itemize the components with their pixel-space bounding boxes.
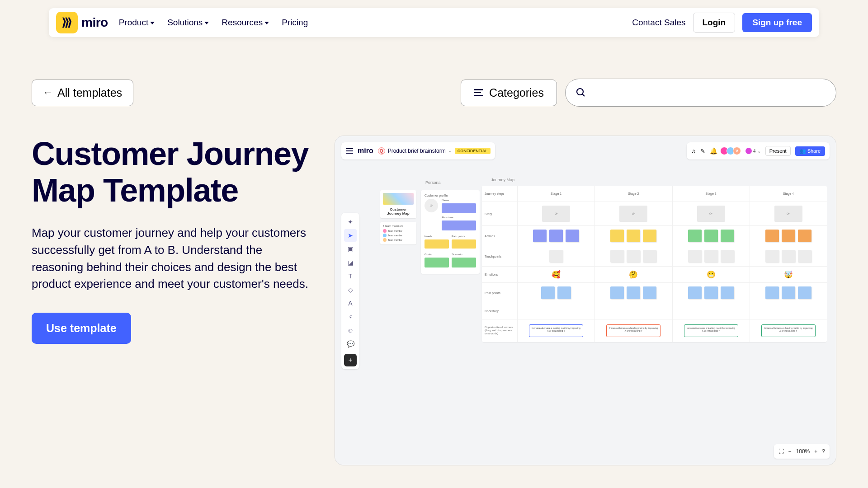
text-icon[interactable]: T [344,270,357,282]
sticky-note [452,239,476,249]
stage-header: Stage 3 [672,186,750,202]
main-navbar: miro Product Solutions Resources Pricing… [49,8,819,37]
board-title[interactable]: Q Product brief brainstorm ⌄ CONFIDENTIA… [378,147,491,155]
nav-resources-label: Resources [222,18,263,28]
confidential-badge: CONFIDENTIAL [455,148,491,154]
template-icon[interactable]: ▣ [344,243,357,255]
help-icon[interactable]: ? [822,448,825,455]
row-label: Story [482,202,517,225]
image-placeholder: ⟳ [542,206,570,222]
image-placeholder: ⟳ [697,206,725,222]
preview-canvas: miro Q Product brief brainstorm ⌄ CONFID… [335,136,836,465]
emotion-emoji: 🤯 [784,270,793,279]
table-row: Pain points [482,283,827,303]
frame-icon[interactable]: ♯ [344,310,357,323]
zoom-in-button[interactable]: + [814,448,817,455]
sparkle-icon[interactable]: ✦ [344,216,357,228]
miro-logo-icon[interactable] [56,12,78,33]
line-icon[interactable]: A [344,297,357,310]
svg-line-1 [582,94,585,96]
hamburger-icon[interactable] [346,148,353,154]
journey-table: Journey steps Stage 1 Stage 2 Stage 3 St… [482,186,827,342]
nav-solutions[interactable]: Solutions [167,18,209,28]
avatar-stack[interactable]: V [722,147,741,155]
emotion-emoji: 🤔 [629,270,638,279]
table-row: Journey steps Stage 1 Stage 2 Stage 3 St… [482,186,827,202]
chevron-down-icon: ⌄ [757,149,761,154]
zoom-out-button[interactable]: − [788,448,792,455]
row-label: Backstage [482,303,517,319]
contact-sales-link[interactable]: Contact Sales [632,18,685,28]
shapes-icon[interactable]: ◇ [344,283,357,296]
journey-heading: Journey Map [491,178,514,182]
persona-card: Customer Journey Map [380,190,416,218]
row-label: Journey steps [482,186,517,202]
bell-icon[interactable]: 🔔 [710,147,717,155]
row-label: Actions [482,226,517,246]
chevron-down-icon [204,22,209,24]
nav-product[interactable]: Product [119,18,155,28]
table-row: Actions [482,226,827,246]
stage-header: Stage 2 [594,186,672,202]
signup-button[interactable]: Sign up free [742,13,812,32]
search-icon [576,87,586,98]
secondary-row: ← All templates Categories [32,79,836,107]
table-row: Story ⟳ ⟳ ⟳ ⟳ [482,202,827,226]
persona-illustration [383,193,414,205]
row-label: Pain points [482,283,517,303]
use-template-button[interactable]: Use template [32,313,131,344]
share-button[interactable]: 👥 Share [795,146,825,156]
arrow-left-icon: ← [43,87,53,99]
nav-pricing[interactable]: Pricing [282,18,308,28]
comment-icon[interactable]: 💬 [344,338,357,350]
avatar [745,148,752,154]
table-row: Touchpoints [482,246,827,267]
nav-pricing-label: Pricing [282,18,308,28]
cursor-icon[interactable]: ➤ [344,229,357,242]
avatar-placeholder: ⟳ [425,199,438,212]
nav-resources[interactable]: Resources [222,18,269,28]
emotion-emoji: 🥰 [552,270,561,279]
profile-label: Customer profile [425,194,476,197]
emotion-emoji: 😬 [707,270,716,279]
row-label: Touchpoints [482,246,517,266]
chevron-down-icon: ⌄ [448,149,452,153]
nav-menu: Product Solutions Resources Pricing [119,18,308,28]
present-button[interactable]: Present [765,146,791,156]
chevron-down-icon [264,22,269,24]
persona-card-title: Customer Journey Map [383,207,414,216]
search-input[interactable] [593,88,826,98]
emoji-icon[interactable]: ☺ [344,324,357,337]
main-content: Customer Journey Map Template Map your c… [32,136,836,465]
music-icon[interactable]: ♫ [691,148,696,155]
table-row: Opportunities & owners (drag and drop ow… [482,319,827,342]
left-column: Customer Journey Map Template Map your c… [32,136,312,465]
opportunity-card: Increase/decrease a leading metric by im… [606,324,660,337]
page-title: Customer Journey Map Template [32,136,312,208]
nav-product-label: Product [119,18,148,28]
login-button[interactable]: Login [693,13,736,33]
table-row: Emotions 🥰 🤔 😬 🤯 [482,267,827,283]
all-templates-button[interactable]: ← All templates [32,80,133,106]
add-tool-icon[interactable]: ＋ [344,354,357,366]
opportunity-card: Increase/decrease a leading metric by im… [529,324,583,337]
persona-heading: Persona [425,180,441,185]
search-box[interactable] [565,79,836,107]
categories-button[interactable]: Categories [461,80,557,106]
side-toolbar: ✦ ➤ ▣ ◪ T ◇ A ♯ ☺ 💬 ＋ [341,213,359,369]
row-label: Emotions [482,267,517,282]
fit-icon[interactable]: ⛶ [778,448,784,455]
profile-column: Customer profile ⟳ Name About me [421,190,480,274]
pen-icon[interactable]: ✎ [700,148,705,155]
collaborator-count[interactable]: 4 ⌄ [745,148,761,154]
image-placeholder: ⟳ [619,206,647,222]
opportunity-card: Increase/decrease a leading metric by im… [761,324,816,337]
sticky-note [452,258,476,267]
sticky-icon[interactable]: ◪ [344,256,357,269]
persona-column: Customer Journey Map 8 team members Team… [380,190,416,244]
filter-lines-icon [474,89,483,96]
stage-header: Stage 1 [517,186,594,202]
persona-team-card: 8 team members Team member Team member T… [380,222,416,244]
board-icon: Q [378,147,385,155]
zoom-level: 100% [796,448,810,455]
